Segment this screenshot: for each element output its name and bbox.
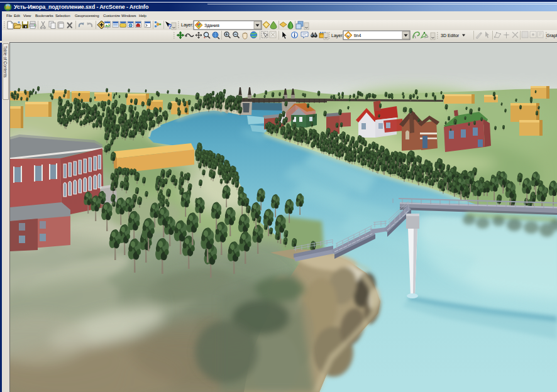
svg-text:Graphics: Graphics bbox=[546, 33, 557, 38]
svg-text:Layer:: Layer: bbox=[181, 23, 194, 28]
svg-text:3D Editor: 3D Editor bbox=[441, 33, 460, 38]
svg-text:Layer:: Layer: bbox=[331, 33, 344, 38]
svg-text:Здания: Здания bbox=[204, 23, 219, 28]
svg-text:tin4: tin4 bbox=[354, 33, 361, 38]
